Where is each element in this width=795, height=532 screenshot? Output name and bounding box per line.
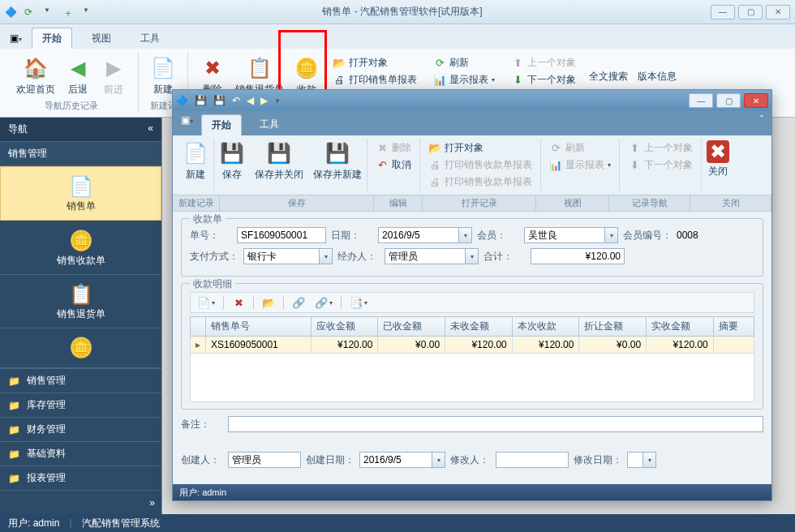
welcome-button[interactable]: 🏠欢迎首页 [11, 54, 60, 98]
document-minus-icon: 📋 [68, 281, 94, 307]
inner-new-button[interactable]: 📄新建 [178, 139, 213, 191]
modify-date-dropdown-icon[interactable]: ▾ [643, 452, 656, 468]
inner-maximize-button[interactable]: ▢ [716, 93, 741, 108]
inner-show-report-button: 📊显示报表 ▾ [546, 157, 614, 173]
modify-date-input[interactable] [627, 452, 643, 468]
paytype-dropdown-icon[interactable]: ▾ [320, 248, 333, 264]
create-date-input[interactable] [359, 452, 432, 468]
app-icon: 🔷 [5, 6, 16, 18]
inner-close-big-button[interactable]: ✖关闭 [702, 139, 734, 191]
qat-dropdown-icon[interactable]: ▼ [44, 6, 55, 18]
qat-add-icon[interactable]: ＋ [63, 6, 75, 18]
table-row[interactable]: ▸ XS1609050001 ¥120.00 ¥0.00 ¥120.00 ¥12… [191, 337, 754, 354]
group-close-label: 关闭 [690, 195, 771, 211]
inner-save-close-button[interactable]: 💾保存并关闭 [250, 139, 308, 191]
qat-dropdown-icon[interactable]: ▼ [274, 97, 281, 105]
qat-save-icon[interactable]: 💾 [195, 95, 207, 106]
col-actual[interactable]: 实收金额 [647, 317, 714, 337]
nav-title: 导航« [0, 118, 161, 142]
group-edit-label: 编辑 [374, 195, 423, 211]
col-discount[interactable]: 折让金额 [579, 317, 647, 337]
nav-item-extra[interactable]: 🪙 [0, 328, 161, 368]
inner-ribbon-menu-icon[interactable]: ▣▾ [181, 114, 193, 135]
date-dropdown-icon[interactable]: ▾ [459, 227, 472, 243]
detail-link2-button[interactable]: 🔗▾ [312, 294, 336, 311]
inner-open-object-button[interactable]: 📂打开对象 [425, 140, 535, 156]
nav-section-header: 销售管理 [0, 142, 161, 166]
qat-back-icon[interactable]: ◀ [247, 95, 254, 106]
tab-start[interactable]: 开始 [32, 28, 72, 49]
inner-close-button[interactable]: ✕ [744, 93, 768, 108]
member-input[interactable] [524, 227, 605, 243]
section-inventory-mgmt[interactable]: 📁库存管理 [0, 393, 161, 417]
qat-dropdown-icon[interactable]: ▼ [83, 6, 94, 18]
paytype-input[interactable] [243, 248, 320, 264]
refresh-button[interactable]: ⟳刷新 [430, 55, 498, 71]
inner-tab-tools[interactable]: 工具 [250, 114, 289, 135]
creator-input[interactable] [228, 452, 301, 468]
show-report-button[interactable]: 📊显示报表 ▾ [430, 72, 498, 88]
next-object-button[interactable]: ⬇下一个对象 [508, 72, 579, 88]
paytype-label: 支付方式： [190, 250, 238, 264]
detail-copy-button[interactable]: 📑▾ [346, 294, 371, 311]
remark-input[interactable] [228, 416, 763, 432]
maximize-button[interactable]: ▢ [738, 5, 763, 19]
section-sales-mgmt[interactable]: 📁销售管理 [0, 368, 161, 393]
inner-ribbon-collapse-icon[interactable]: ˇ [760, 114, 763, 135]
handler-dropdown-icon[interactable]: ▾ [466, 248, 479, 264]
detail-delete-button[interactable]: ✖ [229, 294, 248, 311]
qat-forward-icon[interactable]: ▶ [260, 95, 268, 106]
print-sales-report-button[interactable]: 🖨打印销售单报表 [329, 72, 420, 88]
coins-icon: 🪙 [68, 228, 94, 254]
nav-item-sales-order[interactable]: 📄 销售单 [0, 166, 161, 221]
qat-save-icon[interactable]: ⟳ [24, 6, 36, 18]
folder-icon: 📁 [8, 448, 20, 460]
inner-save-button[interactable]: 💾保存 [214, 139, 250, 191]
handler-input[interactable] [385, 248, 466, 264]
col-due[interactable]: 应收金额 [311, 317, 378, 337]
inner-save-new-button[interactable]: 💾保存并新建 [308, 139, 367, 191]
nav-expand-icon[interactable]: » [149, 497, 155, 508]
col-orderno[interactable]: 销售单号 [206, 317, 312, 337]
tab-tools[interactable]: 工具 [131, 28, 170, 49]
open-object-button[interactable]: 📂打开对象 [329, 55, 420, 71]
date-input[interactable] [378, 227, 459, 243]
inner-statusbar: 用户: admin [173, 484, 771, 500]
nav-item-return[interactable]: 📋 销售退货单 [0, 275, 161, 328]
inner-tab-start[interactable]: 开始 [201, 114, 242, 135]
col-thistime[interactable]: 本次收款 [512, 317, 579, 337]
qat-undo-icon[interactable]: ↶ [232, 95, 240, 106]
detail-grid[interactable]: 销售单号 应收金额 已收金额 未收金额 本次收款 折让金额 实收金额 摘要 ▸ … [190, 316, 754, 354]
orderno-input[interactable] [237, 227, 326, 243]
section-report-mgmt[interactable]: 📁报表管理 [0, 466, 161, 490]
receipt-legend: 收款单 [190, 212, 226, 226]
nav-item-receipt[interactable]: 🪙 销售收款单 [0, 221, 161, 275]
total-input[interactable] [531, 248, 625, 264]
back-button[interactable]: ◀后退 [60, 54, 96, 98]
minimize-button[interactable]: — [711, 5, 735, 19]
group-recnav-label: 记录导航 [609, 195, 690, 211]
close-button[interactable]: ✕ [766, 5, 790, 19]
col-note[interactable]: 摘要 [713, 317, 754, 337]
ribbon-menu-icon[interactable]: ▣▾ [10, 32, 22, 44]
coins-icon: 🪙 [68, 335, 94, 361]
detail-link1-button[interactable]: 🔗 [289, 294, 308, 311]
folder-icon: 📁 [8, 424, 20, 435]
nav-collapse-icon[interactable]: « [148, 122, 153, 136]
qat-saveclose-icon[interactable]: 💾 [213, 95, 226, 106]
tab-view[interactable]: 视图 [82, 28, 121, 49]
left-nav: 导航« 销售管理 📄 销售单 🪙 销售收款单 📋 销售退货单 🪙 📁销售管理 📁… [0, 118, 162, 514]
detail-new-button[interactable]: 📄▾ [194, 294, 218, 311]
section-finance-mgmt[interactable]: 📁财务管理 [0, 417, 161, 441]
main-titlebar: 🔷 ⟳ ▼ ＋ ▼ 销售单 - 汽配销售管理软件[试用版本] — ▢ ✕ [0, 0, 795, 24]
member-dropdown-icon[interactable]: ▾ [605, 227, 618, 243]
create-date-dropdown-icon[interactable]: ▾ [432, 452, 445, 468]
col-unreceived[interactable]: 未收金额 [445, 317, 513, 337]
inner-minimize-button[interactable]: — [689, 93, 713, 108]
col-received[interactable]: 已收金额 [378, 317, 445, 337]
inner-cancel-button[interactable]: ↶取消 [372, 157, 415, 173]
detail-open-button[interactable]: 📂 [259, 294, 278, 311]
receipt-fieldset: 收款单 单号： 日期： ▾ 会员： ▾ 会员编号： 0008 支付方式： ▾ 经… [181, 218, 763, 277]
modifier-input[interactable] [496, 452, 569, 468]
section-base-data[interactable]: 📁基础资料 [0, 441, 161, 466]
